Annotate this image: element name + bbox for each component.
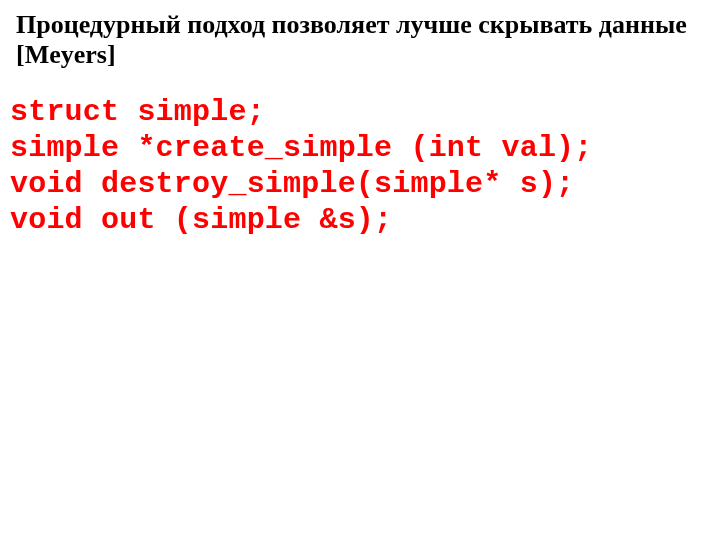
- code-block: struct simple; simple *create_simple (in…: [10, 94, 712, 238]
- code-line-1: struct simple;: [10, 95, 265, 129]
- slide-title: Процедурный подход позволяет лучше скрыв…: [16, 10, 712, 70]
- code-line-3: void destroy_simple(simple* s);: [10, 167, 574, 201]
- slide: Процедурный подход позволяет лучше скрыв…: [0, 0, 720, 540]
- code-line-4: void out (simple &s);: [10, 203, 392, 237]
- code-line-2: simple *create_simple (int val);: [10, 131, 593, 165]
